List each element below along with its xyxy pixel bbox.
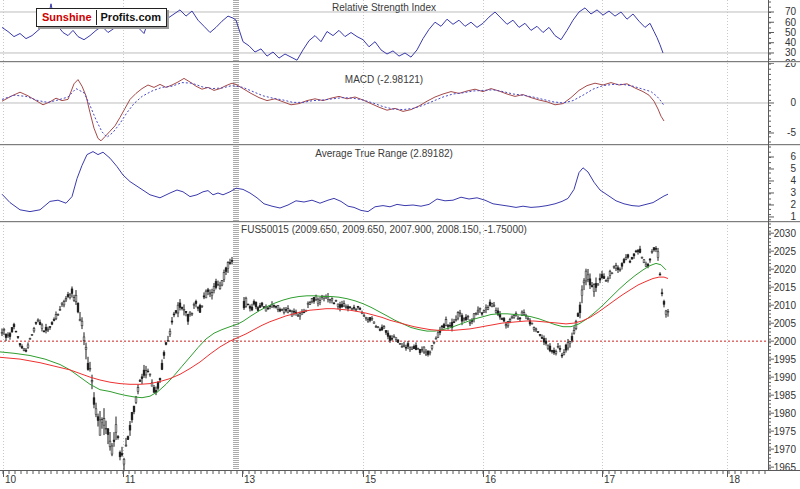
y-axis-label: 6 [790,151,796,162]
macd-y-axis-labels: 0-5 [768,64,796,142]
y-axis-label: 2005 [774,318,797,329]
price-y-axis-labels: 2030202520202015201020052000199519901985… [768,224,796,473]
y-axis-label: 0 [790,97,796,108]
brand-logo-sunshine: Sunshine [42,10,97,25]
y-axis-label: 5 [790,163,796,174]
y-axis-label: 2015 [774,282,797,293]
atr-line [2,152,668,212]
x-axis-labels: 10111315161718 [4,470,741,485]
atr-panel [2,152,668,212]
brand-logo-profits: Profits.com [97,10,162,25]
chart-root: 7060504030200-56543212030202520202015201… [0,0,800,489]
y-axis-label: 1975 [774,426,797,437]
x-axis-label: 17 [604,474,616,485]
y-axis-label: 1990 [774,372,797,383]
y-axis-label: 2 [790,199,796,210]
x-axis-label: 18 [729,474,741,485]
macd-line [2,78,664,140]
candles [1,246,669,471]
session-break-band [233,0,239,470]
atr-y-axis-labels: 654321 [768,147,796,222]
brand-logo: Sunshine Profits.com [36,8,167,27]
signal-line [2,83,664,138]
x-axis-label: 10 [5,474,17,485]
y-axis-label: 2030 [774,228,797,239]
vertical-gridlines [4,0,728,470]
y-axis-label: 1970 [774,444,797,455]
y-axis-label: 2020 [774,264,797,275]
price-panel [0,246,768,471]
y-axis-label: 1980 [774,408,797,419]
y-axis-label: 3 [790,187,796,198]
rsi-y-axis-labels: 706050403020 [768,2,796,69]
y-axis-label: 2000 [774,336,797,347]
y-axis-label: 4 [790,175,796,186]
ma-slow-line [0,277,668,384]
y-axis-label: 1 [790,211,796,222]
x-axis-label: 15 [365,474,377,485]
x-axis-label: 13 [244,474,256,485]
y-axis-label: -5 [787,127,796,138]
chart-canvas[interactable]: 7060504030200-56543212030202520202015201… [0,0,800,489]
y-axis-label: 20 [785,58,797,69]
ma-fast-line [0,263,666,397]
y-axis-label: 1985 [774,390,797,401]
y-axis-label: 2025 [774,246,797,257]
y-axis-label: 1995 [774,354,797,365]
macd-panel [0,78,768,140]
y-axis-label: 2010 [774,300,797,311]
x-axis-label: 11 [125,474,136,485]
x-axis-label: 16 [485,474,497,485]
